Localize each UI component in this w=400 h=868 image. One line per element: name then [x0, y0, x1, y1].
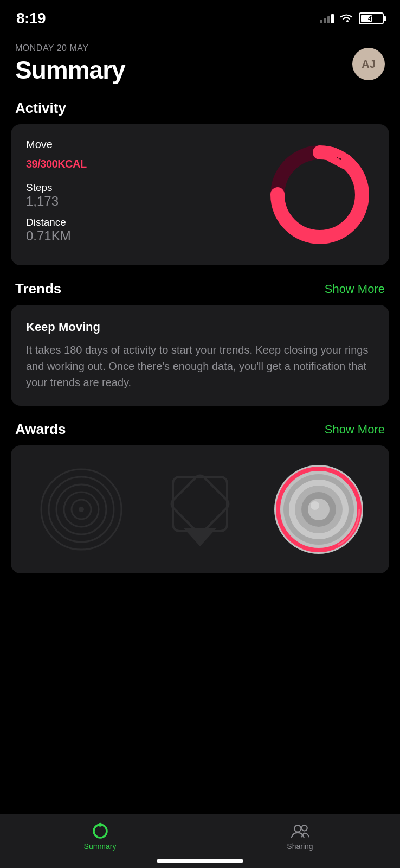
trends-section-header: Trends Show More: [11, 280, 389, 297]
avatar[interactable]: AJ: [352, 48, 385, 80]
page-title: Summary: [15, 55, 125, 85]
sharing-nav-label: Sharing: [287, 842, 313, 851]
activity-section: Activity Move 39/300KCAL Steps 1,173 Dis…: [0, 100, 400, 265]
award-medal-icon: [273, 463, 365, 556]
activity-stats: Move 39/300KCAL Steps 1,173 Distance 0.7…: [26, 138, 87, 251]
header-left: Monday 20 May Summary: [15, 43, 125, 85]
award-star-icon: [162, 466, 238, 553]
steps-value: 1,173: [26, 194, 87, 209]
svg-rect-11: [169, 473, 230, 534]
activity-title: Activity: [15, 100, 66, 117]
steps-label: Steps: [26, 182, 87, 194]
sharing-nav-icon: [291, 824, 310, 839]
svg-point-25: [301, 825, 307, 831]
award-item-1[interactable]: [33, 461, 130, 558]
svg-point-24: [294, 825, 301, 832]
distance-group: Distance 0.71KM: [26, 216, 87, 244]
activity-card: Move 39/300KCAL Steps 1,173 Distance 0.7…: [11, 124, 389, 265]
trends-title: Trends: [15, 280, 61, 297]
awards-section: Awards Show More: [0, 421, 400, 573]
status-bar: 8:19 47: [0, 0, 400, 33]
page-header: Monday 20 May Summary AJ: [0, 33, 400, 90]
trends-card: Keep Moving It takes 180 days of activit…: [11, 305, 389, 406]
awards-show-more-button[interactable]: Show More: [325, 423, 385, 437]
svg-point-23: [98, 822, 102, 826]
move-label: Move: [26, 138, 87, 151]
steps-group: Steps 1,173: [26, 182, 87, 209]
svg-point-19: [308, 499, 330, 520]
summary-nav-icon: [91, 824, 110, 839]
activity-ring: →: [266, 141, 374, 249]
status-time: 8:19: [16, 10, 46, 27]
award-item-3[interactable]: [270, 461, 367, 558]
ring-svg: →: [266, 141, 374, 249]
awards-card: [11, 445, 389, 573]
awards-section-header: Awards Show More: [11, 421, 389, 438]
svg-point-20: [311, 501, 319, 510]
trends-card-title: Keep Moving: [26, 320, 374, 334]
summary-nav-label: Summary: [84, 842, 117, 851]
trends-show-more-button[interactable]: Show More: [325, 282, 385, 296]
home-indicator: [157, 859, 243, 863]
awards-title: Awards: [15, 421, 66, 438]
status-icons: 47: [320, 12, 384, 24]
move-value: 39/300KCAL: [26, 152, 87, 172]
svg-point-9: [79, 507, 84, 512]
distance-value: 0.71KM: [26, 228, 87, 244]
award-item-2[interactable]: [151, 461, 249, 558]
svg-marker-12: [184, 528, 216, 546]
svg-rect-10: [173, 477, 227, 531]
activity-section-header: Activity: [11, 100, 389, 117]
battery-icon: 47: [359, 12, 384, 24]
trends-section: Trends Show More Keep Moving It takes 18…: [0, 280, 400, 406]
header-date: Monday 20 May: [15, 43, 125, 53]
signal-icon: [320, 14, 334, 23]
distance-label: Distance: [26, 216, 87, 228]
trends-card-text: It takes 180 days of activity to start y…: [26, 342, 374, 391]
award-circles-icon: [38, 466, 125, 553]
wifi-icon: [339, 13, 353, 24]
